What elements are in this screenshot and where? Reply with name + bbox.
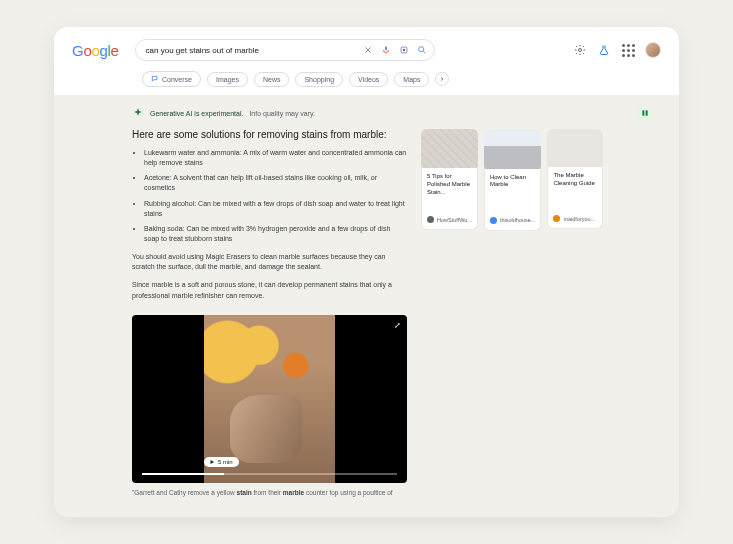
solution-list: Lukewarm water and ammonia: A mix of war… [132, 148, 407, 244]
columns: Here are some solutions for removing sta… [132, 129, 659, 496]
list-item: Acetone: A solvent that can help lift oi… [144, 173, 407, 193]
favicon-icon [553, 215, 560, 222]
card-thumb [484, 129, 541, 172]
search-box[interactable] [135, 39, 435, 61]
chip-converse[interactable]: Converse [142, 71, 201, 87]
lens-search-icon[interactable] [398, 44, 410, 56]
svg-line-5 [423, 51, 425, 53]
source-card[interactable]: How to Clean Marble thisoldhouse... [484, 129, 541, 496]
video-caption: "Garrett and Cathy remove a yellow stain… [132, 489, 407, 496]
card-title: How to Clean Marble [490, 174, 535, 190]
toggle-ai-button[interactable] [637, 105, 653, 121]
card-source: thisoldhouse... [500, 217, 535, 223]
chip-images[interactable]: Images [207, 72, 248, 87]
play-button[interactable]: 5 min [204, 457, 239, 467]
chip-label: Videos [358, 76, 379, 83]
search-input[interactable] [146, 46, 356, 55]
content: Generative AI is experimental. Info qual… [54, 95, 679, 516]
video-progress[interactable] [142, 473, 397, 475]
voice-search-icon[interactable] [380, 44, 392, 56]
video-player[interactable]: ⤢ 5 min [132, 315, 407, 483]
ai-paragraph: Since marble is a soft and porous stone,… [132, 280, 407, 300]
play-icon [209, 459, 215, 465]
video-duration: 5 min [218, 459, 233, 465]
svg-point-4 [418, 47, 423, 52]
ai-paragraph: You should avoid using Magic Erasers to … [132, 252, 407, 272]
search-icon[interactable] [416, 44, 428, 56]
more-chips-icon[interactable] [435, 72, 449, 86]
list-item: Baking soda: Can be mixed with 3% hydrog… [144, 224, 407, 244]
logo-letter: G [72, 42, 83, 59]
favicon-icon [490, 217, 497, 224]
card-source: maidforyou... [563, 216, 595, 222]
chip-label: Maps [403, 76, 420, 83]
labs-icon[interactable] [597, 43, 611, 57]
favicon-icon [427, 216, 434, 223]
chip-label: News [263, 76, 281, 83]
google-logo[interactable]: G o o g l e [72, 42, 119, 59]
banner-experimental-text: Generative AI is experimental. [150, 110, 243, 117]
source-cards: 5 Tips for Polished Marble Stain... HowS… [421, 129, 603, 496]
svg-point-3 [402, 49, 405, 52]
generative-banner: Generative AI is experimental. Info qual… [132, 107, 659, 119]
card-source: HowStuffWo... [437, 217, 472, 223]
sparkle-icon [132, 107, 144, 119]
source-card[interactable]: The Marble Cleaning Guide maidforyou... [547, 129, 603, 496]
filter-strip: Converse Images News Shopping Videos Map… [142, 71, 661, 87]
list-item: Lukewarm water and ammonia: A mix of war… [144, 148, 407, 168]
account-avatar[interactable] [645, 42, 661, 58]
logo-letter: o [83, 42, 91, 59]
expand-icon[interactable]: ⤢ [394, 321, 401, 330]
settings-icon[interactable] [573, 43, 587, 57]
logo-letter: e [111, 42, 119, 59]
ai-heading: Here are some solutions for removing sta… [132, 129, 407, 140]
banner-quality-text: Info quality may vary. [249, 110, 315, 117]
chat-icon [151, 75, 159, 83]
chip-shopping[interactable]: Shopping [295, 72, 343, 87]
source-card[interactable]: 5 Tips for Polished Marble Stain... HowS… [421, 129, 478, 496]
chip-label: Converse [162, 76, 192, 83]
header: G o o g l e [54, 27, 679, 95]
chip-maps[interactable]: Maps [394, 72, 429, 87]
card-thumb [547, 129, 603, 170]
logo-letter: g [99, 42, 107, 59]
chip-label: Images [216, 76, 239, 83]
header-topline: G o o g l e [72, 39, 661, 61]
card-thumb [421, 129, 478, 171]
svg-rect-8 [646, 110, 648, 115]
card-title: 5 Tips for Polished Marble Stain... [427, 173, 472, 196]
chip-videos[interactable]: Videos [349, 72, 388, 87]
card-title: The Marble Cleaning Guide [553, 172, 597, 188]
header-actions [573, 42, 661, 58]
apps-icon[interactable] [621, 43, 635, 57]
ai-answer: Here are some solutions for removing sta… [132, 129, 407, 496]
list-item: Rubbing alcohol: Can be mixed with a few… [144, 199, 407, 219]
clear-icon[interactable] [362, 44, 374, 56]
app-frame: G o o g l e [54, 27, 679, 517]
svg-point-6 [579, 49, 582, 52]
chip-label: Shopping [304, 76, 334, 83]
svg-rect-7 [642, 110, 644, 115]
svg-rect-0 [385, 46, 387, 50]
logo-letter: o [91, 42, 99, 59]
chip-news[interactable]: News [254, 72, 290, 87]
